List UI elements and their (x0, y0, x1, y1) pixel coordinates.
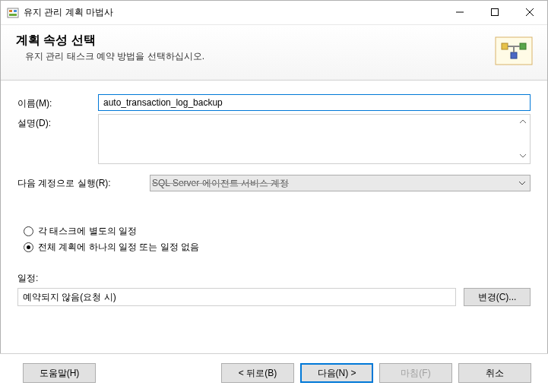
svg-rect-0 (8, 8, 18, 17)
runas-row: 다음 계정으로 실행(R): SQL Server 에이전트 서비스 계정 (17, 175, 531, 191)
svg-rect-12 (511, 52, 517, 58)
radio-single-schedule[interactable]: 전체 계획에 하나의 일정 또는 일정 없음 (17, 241, 531, 254)
page-subtitle: 유지 관리 태스크 예약 방법을 선택하십시오. (16, 50, 204, 63)
radio-separate-schedule[interactable]: 각 태스크에 별도의 일정 (17, 225, 531, 238)
radio-label: 각 태스크에 별도의 일정 (38, 225, 137, 238)
radio-label: 전체 계획에 하나의 일정 또는 일정 없음 (38, 241, 199, 254)
schedule-label: 일정: (17, 272, 531, 285)
wizard-footer: 도움말(H) < 뒤로(B) 다음(N) > 마침(F) 취소 (0, 353, 548, 392)
radio-icon (24, 242, 33, 252)
header-icon (493, 33, 535, 69)
next-button[interactable]: 다음(N) > (300, 363, 373, 383)
radio-icon (24, 226, 33, 236)
schedule-input (17, 288, 456, 306)
window-title: 유지 관리 계획 마법사 (24, 6, 442, 19)
description-row: 설명(D): (17, 114, 531, 164)
name-input[interactable] (98, 94, 531, 111)
chevron-down-icon (515, 176, 529, 190)
scroll-up-icon[interactable] (517, 115, 529, 127)
name-label: 이름(M): (17, 94, 98, 111)
runas-combobox[interactable]: SQL Server 에이전트 서비스 계정 (150, 175, 531, 191)
description-label: 설명(D): (17, 114, 98, 164)
svg-rect-3 (9, 14, 17, 16)
description-input[interactable] (99, 115, 516, 163)
schedule-type-group: 각 태스크에 별도의 일정 전체 계획에 하나의 일정 또는 일정 없음 (17, 225, 531, 254)
svg-rect-10 (520, 43, 526, 49)
help-button[interactable]: 도움말(H) (23, 363, 96, 383)
back-button[interactable]: < 뒤로(B) (221, 363, 294, 383)
schedule-section: 일정: 변경(C)... (17, 272, 531, 306)
svg-rect-1 (9, 10, 12, 12)
cancel-button[interactable]: 취소 (458, 363, 531, 383)
finish-button: 마침(F) (379, 363, 452, 383)
content-area: 이름(M): 설명(D): 다음 계정으로 실행(R): (1, 81, 547, 314)
change-schedule-button[interactable]: 변경(C)... (464, 288, 531, 306)
page-title: 계획 속성 선택 (16, 33, 204, 49)
titlebar: 유지 관리 계획 마법사 (1, 1, 547, 25)
app-icon (7, 7, 19, 19)
window-controls (442, 1, 547, 24)
maximize-button[interactable] (477, 1, 512, 24)
close-button[interactable] (512, 1, 547, 24)
svg-rect-2 (14, 10, 17, 12)
runas-label: 다음 계정으로 실행(R): (17, 177, 150, 190)
header-text: 계획 속성 선택 유지 관리 태스크 예약 방법을 선택하십시오. (16, 33, 204, 63)
wizard-header: 계획 속성 선택 유지 관리 태스크 예약 방법을 선택하십시오. (1, 25, 547, 81)
svg-rect-9 (502, 43, 508, 49)
name-row: 이름(M): (17, 94, 531, 111)
scroll-down-icon[interactable] (517, 150, 529, 161)
svg-rect-5 (492, 9, 499, 16)
minimize-button[interactable] (442, 1, 477, 24)
